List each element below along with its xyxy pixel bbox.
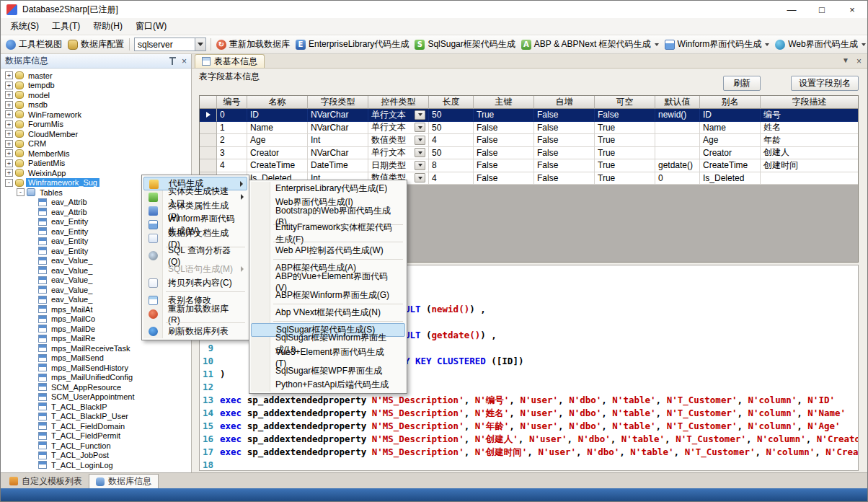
column-header[interactable]: 可空: [595, 96, 655, 109]
tree-expander-icon[interactable]: -: [17, 188, 25, 196]
tree-item[interactable]: +WinFramework: [1, 110, 191, 120]
table-row[interactable]: 4CreateTimeDateTime日期类型8FalseFalseTruege…: [200, 159, 858, 172]
context-menu-item[interactable]: ABP的Vue+Element界面代码(V): [251, 275, 405, 289]
column-header[interactable]: 长度: [429, 96, 474, 109]
tree-expander-icon[interactable]: +: [5, 71, 13, 79]
context-menu-item[interactable]: 数据库文档生成(D): [143, 232, 247, 245]
tree-item[interactable]: SCM_AppResource: [1, 382, 191, 392]
tree-item[interactable]: +msdb: [1, 100, 191, 110]
tree-item[interactable]: +tempdb: [1, 81, 191, 91]
pin-icon[interactable]: [169, 57, 177, 65]
context-menu-item[interactable]: EnterpriseLibrary代码生成(E): [251, 182, 405, 195]
toolbar-button[interactable]: 重新加载数据库: [213, 37, 293, 52]
tree-expander-icon[interactable]: +: [5, 110, 13, 118]
column-header[interactable]: 字段描述: [761, 96, 859, 109]
tree-expander-icon[interactable]: +: [5, 120, 13, 128]
context-menu-item[interactable]: 重新加载数据库(R): [143, 307, 247, 321]
tree-expander-icon[interactable]: +: [5, 159, 13, 167]
tab-list-dropdown-icon[interactable]: ▼: [842, 56, 849, 66]
tab-close-icon[interactable]: ×: [856, 56, 862, 66]
toolbar-button[interactable]: 工具栏视图: [3, 37, 65, 52]
tree-item[interactable]: T_ACL_BlackIP_User: [1, 412, 191, 422]
tab-table-basic-info[interactable]: 表基本信息: [195, 54, 265, 68]
tree-item[interactable]: +PatientMis: [1, 159, 191, 169]
tree-item[interactable]: +CRM: [1, 139, 191, 149]
close-button[interactable]: ×: [837, 1, 867, 18]
context-menu-item[interactable]: Vue3+Element界面代码生成(T): [251, 351, 405, 364]
control-type-dropdown-button[interactable]: [415, 123, 425, 132]
tree-item[interactable]: +model: [1, 90, 191, 100]
tree-item[interactable]: +master: [1, 71, 191, 81]
menubar-item[interactable]: 帮助(H): [87, 18, 129, 35]
control-type-dropdown-button[interactable]: [415, 161, 425, 170]
dock-tab-template-list[interactable]: 自定义模板列表: [3, 474, 89, 488]
context-menu-item[interactable]: Abp VNext框架代码生成(N): [251, 306, 405, 320]
context-menu-item[interactable]: 拷贝列表内容(C): [143, 276, 247, 290]
column-header[interactable]: 控件类型: [368, 96, 429, 109]
tree-expander-icon[interactable]: +: [5, 82, 13, 89]
tree-item[interactable]: mps_MailSendHistory: [1, 363, 191, 373]
control-type-dropdown-button[interactable]: [415, 173, 425, 182]
control-type-dropdown-button[interactable]: [415, 136, 425, 145]
tree-item[interactable]: T_ACL_FieldDomain: [1, 421, 191, 431]
toolbar-button[interactable]: SqlSugar框架代码生成: [412, 37, 518, 52]
database-type-combobox[interactable]: sqlserver: [134, 38, 206, 51]
toolbar-button[interactable]: 数据库配置: [65, 37, 127, 52]
column-header[interactable]: 名称: [247, 96, 308, 109]
tree-expander-icon[interactable]: +: [5, 140, 13, 148]
context-menu-item[interactable]: ABP框架Winform界面生成(G): [251, 289, 405, 302]
context-menu-item[interactable]: EntityFramework实体框架代码生成(F): [251, 226, 405, 240]
tree-item[interactable]: T_ACL_Function: [1, 441, 191, 451]
menubar-item[interactable]: 系统(S): [4, 18, 45, 35]
context-menu-item[interactable]: SqlSugar框架WPF界面生成: [251, 364, 405, 378]
column-header[interactable]: 编号: [217, 96, 247, 109]
table-row[interactable]: 0IDNVarChar单行文本50TrueFalseFalsenewid()ID…: [200, 109, 858, 122]
set-field-alias-button[interactable]: 设置字段别名: [791, 76, 859, 91]
dock-tab-database-info[interactable]: 数据库信息: [89, 474, 159, 488]
table-row[interactable]: 3CreatorNVarChar单行文本50FalseFalseTrueCrea…: [200, 147, 858, 160]
tree-item[interactable]: mps_MailUnifiedConfig: [1, 373, 191, 383]
tree-item[interactable]: mps_MailSend: [1, 353, 191, 364]
tree-item[interactable]: +MemberMis: [1, 149, 191, 159]
tree-expander-icon[interactable]: +: [5, 91, 13, 99]
context-menu-item[interactable]: SQL语句生成(M): [143, 263, 247, 276]
tree-item[interactable]: T_ACL_FieldPermit: [1, 431, 191, 441]
tree-item[interactable]: T_ACL_JobPost: [1, 451, 191, 461]
tree-expander-icon[interactable]: +: [5, 169, 13, 177]
tree-expander-icon[interactable]: +: [5, 149, 13, 157]
tree-item[interactable]: SCM_UserAppointment: [1, 392, 191, 402]
tree-expander-icon[interactable]: -: [5, 179, 13, 187]
tree-item[interactable]: +CloudMember: [1, 129, 191, 139]
tree-item[interactable]: T_ACL_BlackIP: [1, 402, 191, 412]
maximize-button[interactable]: □: [807, 1, 837, 18]
tree-item[interactable]: T_ACL_LoginLog: [1, 460, 191, 470]
column-header[interactable]: 主键: [474, 96, 534, 109]
tree-expander-icon[interactable]: +: [5, 130, 13, 138]
table-icon: [38, 286, 47, 294]
context-menu-item[interactable]: Python+FastApi后端代码生成: [251, 378, 405, 392]
context-menu-item[interactable]: 刷新数据库列表: [143, 325, 247, 338]
minimize-button[interactable]: —: [776, 1, 807, 18]
tree-item[interactable]: mps_MailReceiveTask: [1, 343, 191, 353]
column-header[interactable]: 字段类型: [308, 96, 368, 109]
column-header[interactable]: 自增: [534, 96, 595, 109]
control-type-dropdown-button[interactable]: [415, 148, 425, 157]
toolbar-button[interactable]: Winform界面代码生成: [662, 37, 773, 52]
column-header[interactable]: 默认值: [655, 96, 700, 109]
tree-item[interactable]: +ForumMis: [1, 120, 191, 130]
toolbar-button[interactable]: EnterpriseLibrary代码生成: [293, 37, 412, 52]
table-row[interactable]: 1NameNVarChar单行文本50FalseFalseTrueName姓名: [200, 122, 858, 135]
context-menu-item[interactable]: Web API控制器代码生成(W): [251, 244, 405, 257]
table-row[interactable]: 2AgeInt数值类型4FalseFalseTrueAge年龄: [200, 134, 858, 147]
toolbar-button[interactable]: Web界面代码生成: [772, 37, 867, 52]
toolbar-button[interactable]: ABP & ABPNext 框架代码生成: [518, 37, 662, 52]
refresh-button[interactable]: 刷新: [723, 76, 761, 91]
control-type-dropdown-button[interactable]: [415, 110, 425, 120]
tree-expander-icon[interactable]: +: [5, 101, 13, 109]
column-header[interactable]: 别名: [700, 96, 761, 109]
combo-dropdown-button[interactable]: [195, 38, 205, 50]
menubar-item[interactable]: 窗口(W): [129, 18, 173, 35]
panel-close-icon[interactable]: ×: [182, 57, 187, 66]
menubar-item[interactable]: 工具(T): [45, 18, 87, 35]
context-menu-item[interactable]: SQL 查询分析器(Q): [143, 249, 247, 263]
